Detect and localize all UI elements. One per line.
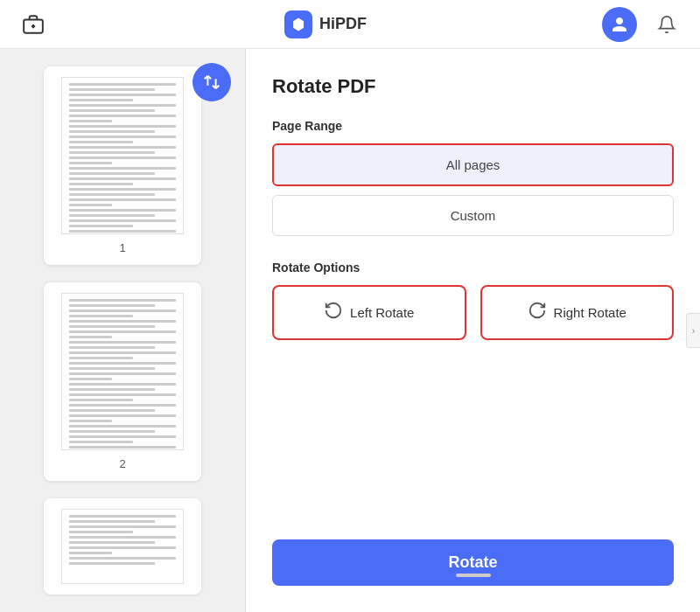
thumb-line (69, 146, 176, 149)
thumb-line (69, 115, 176, 117)
thumb-line (69, 425, 176, 428)
left-rotate-button[interactable]: Left Rotate (272, 285, 466, 340)
page-range-group: All pages Custom (272, 143, 674, 236)
thumb-line (69, 341, 176, 344)
thumb-line (69, 383, 176, 386)
swap-button[interactable] (192, 63, 231, 101)
thumb-line (69, 562, 155, 565)
header: HiPDF (0, 0, 700, 49)
thumb-line (69, 104, 176, 107)
thumb-line (69, 362, 176, 365)
thumb-line (69, 357, 133, 359)
hipdf-logo (284, 10, 312, 38)
thumb-line (69, 446, 176, 449)
page-range-label: Page Range (272, 119, 674, 133)
thumb-line (69, 414, 176, 417)
thumb-line (69, 299, 176, 302)
thumbnail-card-1[interactable]: 1 (44, 66, 201, 265)
thumb-line (69, 125, 176, 128)
thumb-line (69, 193, 155, 196)
thumb-line (69, 225, 133, 227)
rotate-options-label: Rotate Options (272, 261, 674, 275)
thumb-line (69, 325, 155, 328)
thumb-line (69, 393, 176, 396)
custom-button[interactable]: Custom (272, 195, 674, 236)
thumb-line (69, 320, 176, 323)
thumb-line (69, 188, 176, 191)
thumb-line (69, 531, 133, 533)
thumb-line (69, 552, 112, 554)
thumb-line (69, 409, 155, 412)
thumb-line (69, 404, 176, 407)
thumb-line (69, 546, 176, 549)
thumb-line (69, 372, 176, 375)
right-rotate-label: Right Rotate (554, 305, 626, 320)
thumb-line (69, 183, 133, 185)
avatar-button[interactable] (602, 7, 637, 42)
page-range-section: Page Range All pages Custom (272, 119, 674, 236)
thumbnail-img-3 (61, 509, 184, 584)
thumb-line (69, 151, 155, 154)
thumb-line (69, 304, 155, 307)
thumb-line (69, 557, 176, 560)
right-rotate-icon (528, 301, 547, 324)
thumbnail-card-2[interactable]: 2 (44, 282, 201, 481)
right-panel: › Rotate PDF Page Range All pages Custom… (246, 49, 700, 612)
header-center: HiPDF (284, 10, 367, 38)
thumb-line (69, 536, 176, 539)
all-pages-button[interactable]: All pages (272, 143, 674, 186)
thumb-line (69, 167, 176, 170)
main-content: 1 (0, 49, 700, 612)
thumb-line (69, 130, 155, 133)
thumb-line (69, 198, 176, 201)
thumb-line (69, 156, 176, 159)
thumb-line (69, 515, 176, 518)
header-left (18, 9, 49, 40)
thumb-line (69, 351, 176, 354)
thumb-line (69, 388, 155, 391)
toolbox-icon[interactable] (18, 9, 49, 40)
thumbnail-card-3[interactable] (44, 498, 201, 595)
thumb-line (69, 309, 176, 312)
thumb-line (69, 83, 176, 86)
thumb-line (69, 172, 155, 175)
thumb-line (69, 109, 155, 112)
rotate-options-section: Rotate Options Left Rotate (272, 261, 674, 340)
thumb-line (69, 136, 176, 138)
thumb-line (69, 541, 155, 544)
right-rotate-button[interactable]: Right Rotate (480, 285, 675, 340)
thumb-line (69, 214, 155, 217)
thumb-line (69, 88, 155, 91)
thumb-line (69, 336, 112, 338)
rotate-cta-button[interactable]: Rotate (272, 539, 674, 586)
app-title: HiPDF (319, 15, 367, 33)
page-label-2: 2 (119, 457, 125, 470)
thumb-line (69, 525, 176, 528)
left-rotate-icon (324, 301, 343, 324)
bell-button[interactable] (651, 9, 682, 40)
collapse-arrow[interactable]: › (686, 313, 700, 348)
thumbnail-img-1 (61, 77, 184, 234)
rotate-cta: Rotate (272, 539, 674, 586)
thumb-line (69, 315, 133, 317)
thumb-line (69, 99, 133, 101)
thumb-line (69, 219, 176, 222)
thumb-line (69, 441, 133, 443)
rotate-buttons-row: Left Rotate Right Rotate (272, 285, 674, 340)
thumb-line (69, 120, 112, 122)
thumb-line (69, 162, 112, 164)
left-panel: 1 (0, 49, 245, 612)
left-rotate-label: Left Rotate (350, 305, 414, 320)
thumb-line (69, 399, 133, 401)
page-label-1: 1 (119, 241, 125, 254)
thumb-line (69, 367, 155, 370)
thumb-line (69, 204, 112, 206)
thumbnail-img-2 (61, 293, 184, 450)
thumb-line (69, 330, 176, 333)
thumb-line (69, 94, 176, 96)
thumb-line (69, 378, 112, 380)
thumb-line (69, 177, 176, 180)
scroll-handle (456, 574, 491, 577)
thumb-line (69, 430, 155, 433)
header-right (602, 7, 682, 42)
